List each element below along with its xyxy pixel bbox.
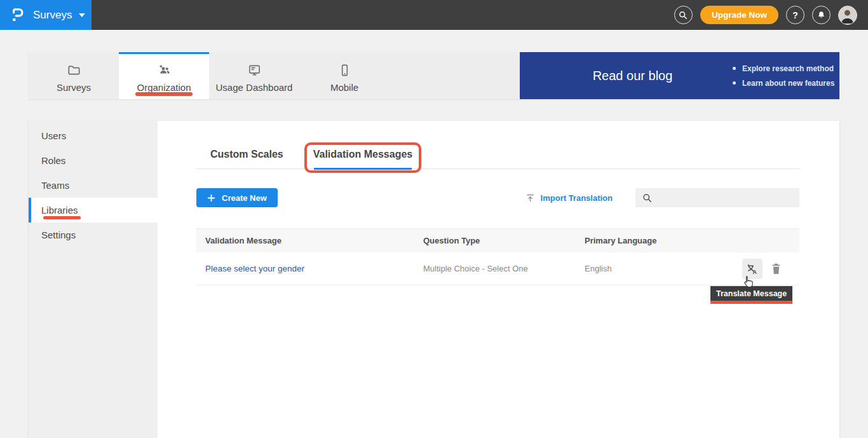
sidebar-item-roles[interactable]: Roles [29, 148, 158, 173]
search-input[interactable] [657, 193, 784, 203]
libraries-panel: Custom Scales Validation Messages Create… [158, 121, 839, 438]
translate-message-button[interactable]: A [742, 259, 763, 279]
top-bar: Surveys Upgrade Now ? [0, 0, 868, 30]
add-people-icon [156, 63, 172, 78]
user-avatar[interactable] [838, 6, 857, 25]
plus-icon [207, 194, 215, 202]
translate-icon: A [746, 263, 759, 275]
table-header-row: Validation Message Question Type Primary… [196, 229, 799, 252]
sidebar-item-users[interactable]: Users [29, 123, 158, 148]
translate-message-tooltip: Translate Message [710, 286, 792, 304]
table-search[interactable] [635, 188, 799, 207]
content-card: Users Roles Teams Libraries Settings Cus… [29, 121, 839, 438]
mobile-icon [337, 63, 352, 78]
product-label: Surveys [33, 9, 72, 22]
import-translation-link[interactable]: Import Translation [526, 193, 613, 203]
topbar-actions: Upgrade Now ? [674, 6, 868, 25]
banner-bullet-list: Explore research method Learn about new … [733, 64, 834, 88]
banner-title: Read our blog [555, 69, 710, 83]
search-button[interactable] [674, 6, 693, 24]
primary-language-cell: English [585, 264, 736, 273]
annotation-underline-libraries [43, 216, 81, 219]
toolbar: Create New Import Translation [196, 188, 799, 207]
library-tabs: Custom Scales Validation Messages [196, 149, 799, 169]
nav-tab-usage-dashboard[interactable]: Usage Dashboard [209, 52, 299, 99]
sidebar-item-settings[interactable]: Settings [29, 222, 158, 247]
folder-icon [67, 63, 81, 78]
tab-custom-scales[interactable]: Custom Scales [210, 149, 283, 168]
bullet-dot-icon [733, 81, 736, 85]
svg-text:A: A [752, 268, 757, 275]
banner-bullet: Explore research method [733, 64, 834, 73]
search-icon [679, 11, 688, 20]
sidebar-item-teams[interactable]: Teams [29, 173, 158, 198]
questionpro-logo-icon [11, 6, 25, 24]
nav-tab-surveys[interactable]: Surveys [29, 52, 119, 99]
dashboard-icon [247, 63, 262, 78]
bullet-dot-icon [733, 67, 736, 70]
question-mark-icon: ? [792, 10, 798, 20]
validation-messages-table: Validation Message Question Type Primary… [196, 228, 799, 285]
column-header-question-type: Question Type [423, 236, 585, 245]
blog-banner[interactable]: Read our blog Explore research method Le… [520, 52, 839, 99]
chevron-down-icon [79, 13, 85, 17]
banner-bullet: Learn about new features [733, 79, 834, 88]
nav-tab-label: Surveys [57, 82, 91, 93]
product-switcher[interactable]: Surveys [0, 0, 92, 30]
nav-tab-label: Usage Dashboard [216, 82, 293, 93]
trash-icon [771, 263, 782, 275]
nav-tab-mobile[interactable]: Mobile [299, 52, 390, 99]
create-new-button[interactable]: Create New [196, 188, 278, 207]
table-row: Please select your gender Multiple Choic… [196, 252, 799, 285]
notifications-button[interactable] [812, 6, 831, 24]
column-header-primary-language: Primary Language [585, 236, 736, 245]
help-button[interactable]: ? [786, 6, 804, 24]
settings-sidebar: Users Roles Teams Libraries Settings [29, 121, 158, 438]
nav-tab-organization[interactable]: Organization [119, 52, 209, 99]
tab-validation-messages[interactable]: Validation Messages [313, 149, 413, 168]
search-icon [642, 193, 652, 203]
sidebar-item-libraries[interactable]: Libraries [29, 198, 158, 222]
row-actions: A [736, 259, 799, 279]
nav-tab-label: Organization [137, 82, 191, 93]
annotation-underline-organization [135, 92, 193, 96]
bell-icon [817, 10, 826, 20]
upgrade-now-button[interactable]: Upgrade Now [700, 6, 778, 24]
nav-strip: Surveys Organization Usage Dashboard Mob… [29, 52, 839, 99]
nav-tab-label: Mobile [330, 82, 358, 93]
question-type-cell: Multiple Choice - Select One [423, 264, 585, 273]
column-header-validation-message: Validation Message [196, 236, 423, 245]
upload-icon [526, 193, 535, 203]
validation-message-link[interactable]: Please select your gender [205, 264, 304, 273]
main-nav-tabs: Surveys Organization Usage Dashboard Mob… [29, 52, 520, 99]
delete-message-button[interactable] [771, 263, 782, 275]
